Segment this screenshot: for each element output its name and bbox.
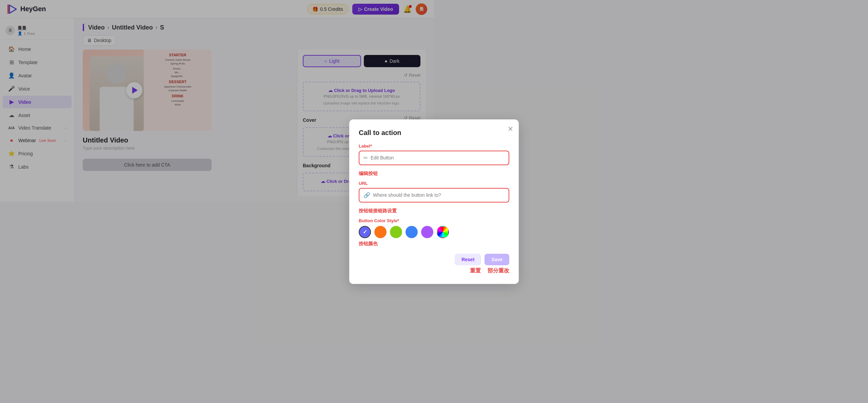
modal-title: Call to action	[359, 129, 434, 137]
label-field-label: Label*	[359, 143, 434, 149]
label-annotation: 编辑按钮	[359, 171, 378, 177]
url-field-label: URL	[359, 181, 434, 186]
url-input-wrapper: 🔗	[359, 188, 434, 202]
link-icon: 🔗	[363, 192, 370, 198]
label-input-wrapper: ✏	[359, 151, 434, 165]
label-input[interactable]	[371, 155, 434, 160]
url-input[interactable]	[373, 192, 434, 198]
modal-overlay: Call to action ✕ Label* ✏ 编辑按钮 URL 🔗 按钮链…	[0, 0, 434, 202]
call-to-action-modal: Call to action ✕ Label* ✏ 编辑按钮 URL 🔗 按钮链…	[349, 119, 434, 202]
label-annotation-group: 编辑按钮	[359, 171, 434, 177]
edit-icon: ✏	[363, 155, 368, 161]
